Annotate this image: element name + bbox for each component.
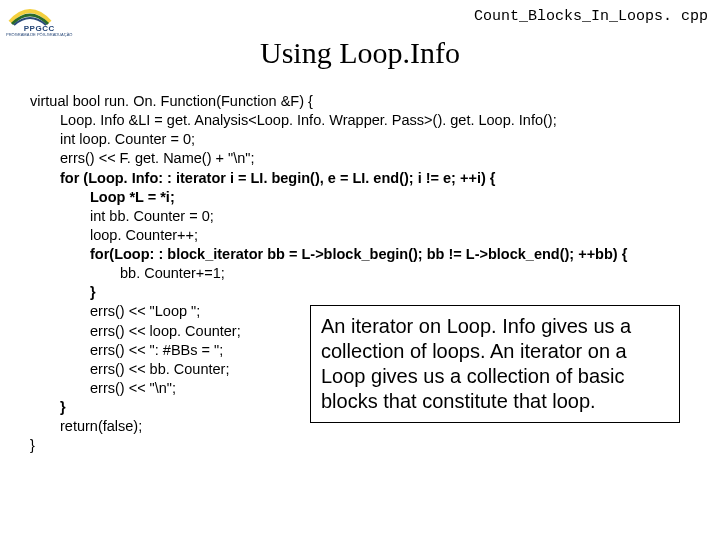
code-line: int loop. Counter = 0; (30, 130, 704, 149)
code-line: int bb. Counter = 0; (30, 207, 704, 226)
source-filename: Count_Blocks_In_Loops. cpp (474, 8, 708, 25)
code-line: } (30, 283, 704, 302)
code-line: Loop. Info &LI = get. Analysis<Loop. Inf… (30, 111, 704, 130)
slide: PPGCC PROGRAMA DE PÓS-GRADUAÇÃO Count_Bl… (0, 0, 720, 540)
code-line: for (Loop. Info: : iterator i = LI. begi… (30, 169, 704, 188)
code-line: errs() << F. get. Name() + "\n"; (30, 149, 704, 168)
code-line: for(Loop: : block_iterator bb = L->block… (30, 245, 704, 264)
code-line: } (30, 437, 35, 453)
logo: PPGCC PROGRAMA DE PÓS-GRADUAÇÃO (6, 6, 72, 37)
code-line: bb. Counter+=1; (30, 264, 704, 283)
code-line: loop. Counter++; (30, 226, 704, 245)
callout-box: An iterator on Loop. Info gives us a col… (310, 305, 680, 423)
logo-arc-icon (6, 6, 54, 26)
callout-text: An iterator on Loop. Info gives us a col… (321, 315, 631, 412)
code-line: virtual bool run. On. Function(Function … (30, 93, 313, 109)
slide-title: Using Loop.Info (0, 36, 720, 70)
code-line: Loop *L = *i; (30, 188, 704, 207)
